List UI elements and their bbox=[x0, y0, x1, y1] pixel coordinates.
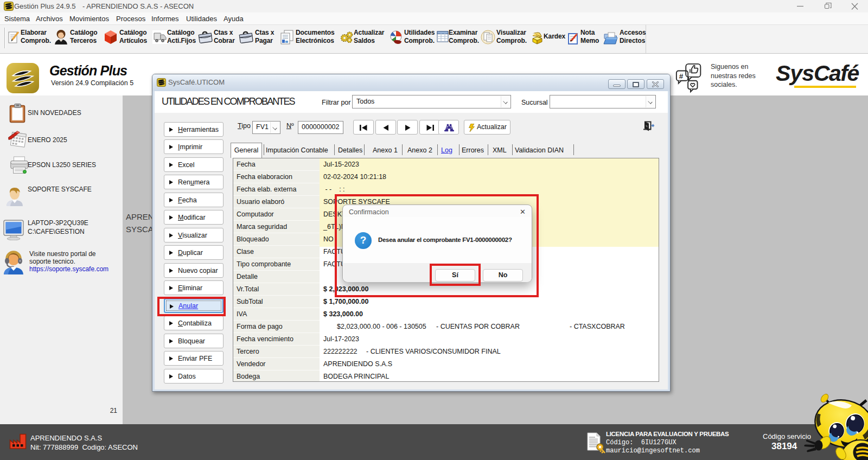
svg-text:#: # bbox=[679, 72, 684, 80]
